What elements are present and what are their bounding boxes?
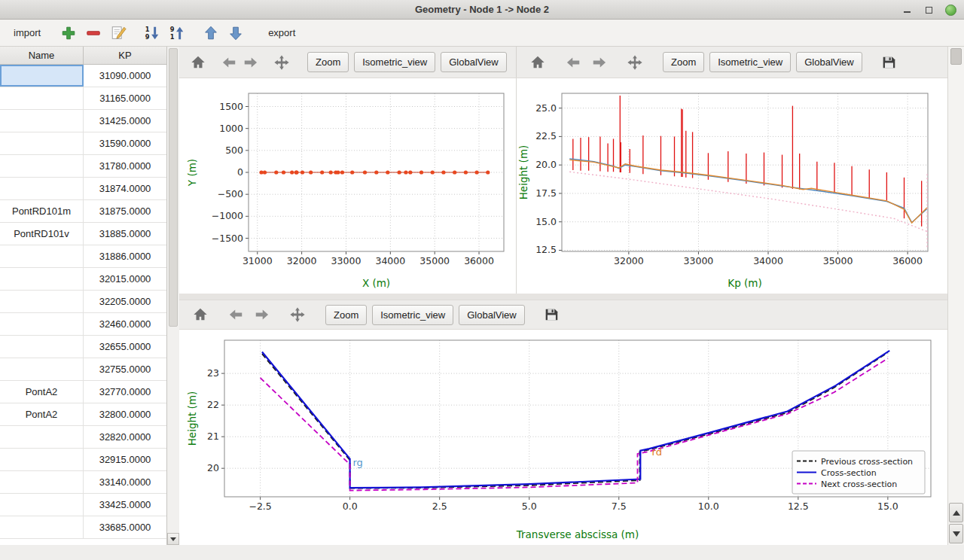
export-button[interactable]: export xyxy=(264,25,300,41)
table-row[interactable]: PontA232800.0000 xyxy=(0,403,166,426)
cell-kp[interactable]: 32460.0000 xyxy=(84,313,166,335)
home-button[interactable] xyxy=(190,304,211,325)
global-view-button[interactable]: GlobalView xyxy=(459,305,525,325)
pan-button[interactable] xyxy=(287,304,308,325)
table-row[interactable]: 32755.0000 xyxy=(0,358,166,381)
table-row[interactable]: PontA232770.0000 xyxy=(0,381,166,403)
scroll-down-button[interactable] xyxy=(949,524,963,543)
pan-button[interactable] xyxy=(624,52,645,73)
cell-name[interactable] xyxy=(0,291,84,312)
forward-button[interactable] xyxy=(243,52,259,73)
save-button[interactable] xyxy=(878,52,899,73)
cell-kp[interactable]: 33685.0000 xyxy=(84,516,166,538)
cell-name[interactable] xyxy=(0,268,84,290)
cross-section-canvas[interactable]: −2.50.02.55.07.510.012.515.020212223rgrd… xyxy=(179,330,947,545)
zoom-button[interactable]: Zoom xyxy=(663,52,704,72)
table-row[interactable]: 31874.0000 xyxy=(0,178,166,200)
cell-name[interactable]: PontA2 xyxy=(0,381,84,403)
table-row[interactable]: 33685.0000 xyxy=(0,516,166,539)
isometric-view-button[interactable]: Isometric_view xyxy=(372,305,453,325)
close-button[interactable] xyxy=(944,4,956,16)
table-row[interactable]: 31780.0000 xyxy=(0,155,166,178)
table-row[interactable]: 32460.0000 xyxy=(0,313,166,336)
window-vertical-scrollbar[interactable] xyxy=(947,47,964,545)
table-row[interactable]: 32820.0000 xyxy=(0,426,166,449)
cell-name[interactable] xyxy=(0,110,84,132)
cell-name[interactable] xyxy=(0,426,84,448)
home-button[interactable] xyxy=(190,52,206,73)
cell-name[interactable] xyxy=(0,471,84,493)
pan-button[interactable] xyxy=(273,52,290,73)
sort-descending-button[interactable]: 19 xyxy=(143,24,161,42)
table-scrollbar[interactable] xyxy=(167,47,179,545)
cell-kp[interactable]: 31885.0000 xyxy=(84,223,166,245)
window-scrollbar-thumb[interactable] xyxy=(950,48,962,65)
cell-kp[interactable]: 31874.0000 xyxy=(84,178,166,199)
table-scroll-down-button[interactable] xyxy=(167,533,179,545)
move-down-button[interactable] xyxy=(227,24,245,42)
cell-name[interactable] xyxy=(0,313,84,335)
longitudinal-profile-canvas[interactable]: 320003300034000350003600012.515.017.520.… xyxy=(517,78,947,294)
minimize-button[interactable] xyxy=(901,4,913,16)
table-row[interactable]: 32915.0000 xyxy=(0,449,166,471)
table-row[interactable]: 31425.0000 xyxy=(0,110,166,132)
cell-name[interactable]: PontA2 xyxy=(0,403,84,425)
cell-kp[interactable]: 31875.0000 xyxy=(84,200,166,222)
cell-kp[interactable]: 31090.0000 xyxy=(84,65,166,87)
cell-name[interactable] xyxy=(0,358,84,380)
table-row[interactable]: 32655.0000 xyxy=(0,336,166,358)
cell-name[interactable] xyxy=(0,245,84,267)
restore-button[interactable] xyxy=(923,4,935,16)
cell-name[interactable] xyxy=(0,449,84,470)
cell-kp[interactable]: 31590.0000 xyxy=(84,132,166,154)
cell-kp[interactable]: 31886.0000 xyxy=(84,245,166,267)
cell-name[interactable] xyxy=(0,155,84,177)
scroll-up-button[interactable] xyxy=(949,503,963,522)
table-row[interactable]: 31590.0000 xyxy=(0,132,166,155)
cell-name[interactable] xyxy=(0,65,84,87)
horizontal-splitter[interactable] xyxy=(179,294,947,300)
back-button[interactable] xyxy=(221,52,237,73)
edit-cross-section-button[interactable] xyxy=(109,24,127,42)
cell-kp[interactable]: 32755.0000 xyxy=(84,358,166,380)
table-row[interactable]: PontRD101v31885.0000 xyxy=(0,223,166,245)
cell-kp[interactable]: 31780.0000 xyxy=(84,155,166,177)
cell-kp[interactable]: 32655.0000 xyxy=(84,336,166,358)
back-button[interactable] xyxy=(563,52,584,73)
cell-kp[interactable]: 32800.0000 xyxy=(84,403,166,425)
move-up-button[interactable] xyxy=(202,24,220,42)
table-row[interactable]: 32205.0000 xyxy=(0,291,166,313)
cell-name[interactable]: PontRD101v xyxy=(0,223,84,245)
global-view-button[interactable]: GlobalView xyxy=(441,52,507,72)
table-row[interactable]: 31090.0000 xyxy=(0,65,166,87)
sort-ascending-button[interactable]: 91 xyxy=(168,24,186,42)
cell-name[interactable] xyxy=(0,87,84,109)
table-row[interactable]: 33425.0000 xyxy=(0,494,166,516)
table-row[interactable]: 31165.0000 xyxy=(0,87,166,110)
delete-cross-section-button[interactable] xyxy=(84,24,102,42)
add-cross-section-button[interactable] xyxy=(59,24,78,42)
isometric-view-button[interactable]: Isometric_view xyxy=(354,52,435,72)
table-row[interactable]: 32015.0000 xyxy=(0,268,166,291)
plan-view-canvas[interactable]: 310003200033000340003500036000−1500−1000… xyxy=(179,78,516,294)
cell-name[interactable] xyxy=(0,516,84,538)
table-row[interactable]: 33140.0000 xyxy=(0,471,166,494)
cell-name[interactable]: PontRD101m xyxy=(0,200,84,222)
isometric-view-button[interactable]: Isometric_view xyxy=(709,52,791,72)
cell-kp[interactable]: 31425.0000 xyxy=(84,110,166,132)
cell-name[interactable] xyxy=(0,494,84,516)
table-row[interactable]: PontRD101m31875.0000 xyxy=(0,200,166,223)
cell-kp[interactable]: 32015.0000 xyxy=(84,268,166,290)
cell-name[interactable] xyxy=(0,336,84,358)
forward-button[interactable] xyxy=(589,52,610,73)
import-button[interactable]: import xyxy=(9,25,45,41)
cell-name[interactable] xyxy=(0,132,84,154)
cell-kp[interactable]: 33140.0000 xyxy=(84,471,166,493)
zoom-button[interactable]: Zoom xyxy=(325,305,367,325)
cell-kp[interactable]: 32820.0000 xyxy=(84,426,166,448)
zoom-button[interactable]: Zoom xyxy=(307,52,349,72)
table-row[interactable]: 31886.0000 xyxy=(0,245,166,268)
cell-kp[interactable]: 33425.0000 xyxy=(84,494,166,516)
cell-kp[interactable]: 32770.0000 xyxy=(84,381,166,403)
cell-kp[interactable]: 31165.0000 xyxy=(84,87,166,109)
